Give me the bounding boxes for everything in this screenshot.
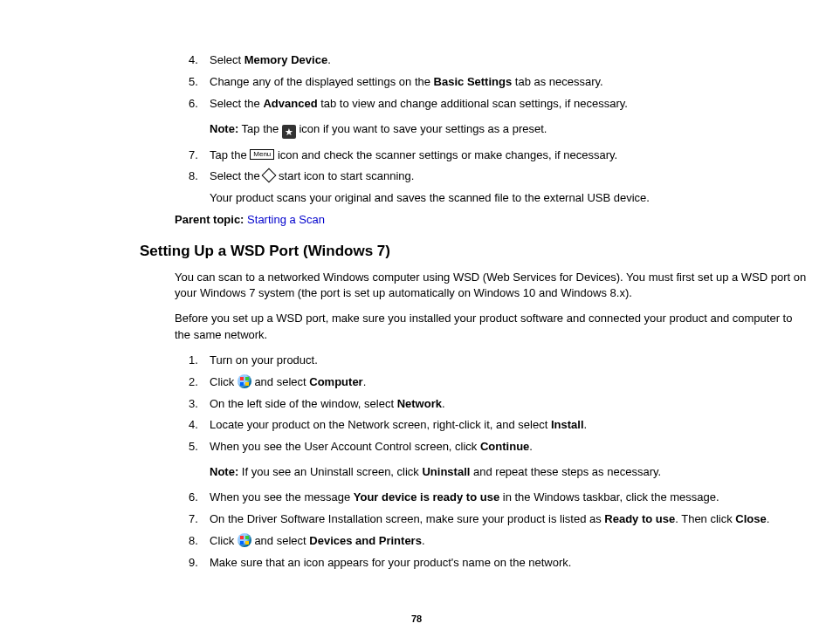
- list-text: Change any of the displayed settings on …: [210, 75, 603, 88]
- list-number: 5.: [189, 439, 210, 456]
- list-text: Select the Advanced tab to view and chan…: [210, 97, 628, 110]
- bottom-ordered-list-cont: 6. When you see the message Your device …: [140, 490, 807, 571]
- list-item: 8. Select the start icon to start scanni…: [210, 168, 807, 185]
- note-block: Note: If you see an Uninstall screen, cl…: [210, 464, 807, 481]
- document-page: 4. Select Memory Device. 5. Change any o…: [0, 0, 833, 644]
- list-text: When you see the message Your device is …: [210, 490, 719, 504]
- windows-start-icon: [238, 533, 251, 547]
- list-text: On the left side of the window, select N…: [210, 397, 445, 410]
- list-text: Select the start icon to start scanning.: [210, 169, 414, 182]
- list-text: When you see the User Account Control sc…: [210, 440, 533, 453]
- parent-topic-label: Parent topic:: [175, 213, 244, 226]
- windows-start-icon: [238, 374, 251, 388]
- note-text-pre: Tap the: [238, 122, 282, 135]
- list-item: 6. When you see the message Your device …: [210, 490, 807, 506]
- list-number: 3.: [189, 396, 210, 413]
- note-text-post: icon if you want to save your settings a…: [296, 122, 547, 135]
- note-label: Note:: [210, 465, 238, 478]
- list-item: 1. Turn on your product.: [210, 353, 807, 369]
- list-text: Turn on your product.: [210, 353, 318, 367]
- parent-topic-link[interactable]: Starting a Scan: [247, 213, 325, 226]
- intro-paragraph-1: You can scan to a networked Windows comp…: [175, 270, 807, 303]
- list-item: 7. On the Driver Software Installation s…: [210, 511, 807, 528]
- bottom-ordered-list: 1. Turn on your product. 2. Click and se…: [140, 353, 807, 456]
- menu-icon: Menu: [250, 149, 274, 160]
- list-subtext: Your product scans your original and sav…: [210, 190, 807, 207]
- top-ordered-list-cont: 7. Tap the Menu icon and check the scann…: [140, 147, 807, 186]
- list-text: Tap the Menu icon and check the scanner …: [210, 148, 617, 161]
- list-number: 4.: [189, 52, 210, 69]
- list-text: Click and select Devices and Printers.: [210, 534, 425, 547]
- note-bold: Uninstall: [422, 465, 470, 478]
- list-item: 6. Select the Advanced tab to view and c…: [210, 96, 807, 113]
- list-number: 8.: [189, 533, 210, 550]
- note-block: Note: Tap the ★ icon if you want to save…: [210, 121, 807, 139]
- list-item: 7. Tap the Menu icon and check the scann…: [210, 147, 807, 164]
- list-text: Make sure that an icon appears for your …: [210, 556, 571, 569]
- list-item: 9. Make sure that an icon appears for yo…: [210, 555, 807, 572]
- parent-topic: Parent topic: Starting a Scan: [175, 212, 807, 229]
- list-number: 4.: [189, 417, 210, 434]
- list-number: 2.: [189, 374, 210, 391]
- list-item: 4. Select Memory Device.: [210, 52, 807, 69]
- content: 4. Select Memory Device. 5. Change any o…: [140, 52, 807, 571]
- list-number: 8.: [189, 168, 210, 185]
- section-heading: Setting Up a WSD Port (Windows 7): [140, 241, 807, 263]
- list-text: Locate your product on the Network scree…: [210, 418, 587, 431]
- list-text: Select Memory Device.: [210, 53, 331, 66]
- page-number: 78: [0, 613, 833, 627]
- list-number: 1.: [189, 353, 210, 369]
- list-item: 2. Click and select Computer.: [210, 374, 807, 391]
- list-number: 7.: [189, 147, 210, 164]
- intro-paragraph-2: Before you set up a WSD port, make sure …: [175, 311, 807, 344]
- note-pre: If you see an Uninstall screen, click: [238, 465, 422, 478]
- list-number: 6.: [189, 490, 210, 506]
- list-number: 7.: [189, 511, 210, 528]
- list-item: 3. On the left side of the window, selec…: [210, 396, 807, 413]
- top-ordered-list: 4. Select Memory Device. 5. Change any o…: [140, 52, 807, 113]
- star-icon: ★: [282, 125, 296, 139]
- list-text: Click and select Computer.: [210, 375, 366, 388]
- list-number: 6.: [189, 96, 210, 113]
- list-number: 5.: [189, 74, 210, 91]
- note-post: and repeat these steps as necessary.: [470, 465, 661, 478]
- list-item: 5. Change any of the displayed settings …: [210, 74, 807, 91]
- note-label: Note:: [210, 122, 238, 135]
- list-item: 4. Locate your product on the Network sc…: [210, 417, 807, 434]
- list-text: On the Driver Software Installation scre…: [210, 512, 769, 525]
- list-number: 9.: [189, 555, 210, 572]
- list-item: 8. Click and select Devices and Printers…: [210, 533, 807, 550]
- list-item: 5. When you see the User Account Control…: [210, 439, 807, 456]
